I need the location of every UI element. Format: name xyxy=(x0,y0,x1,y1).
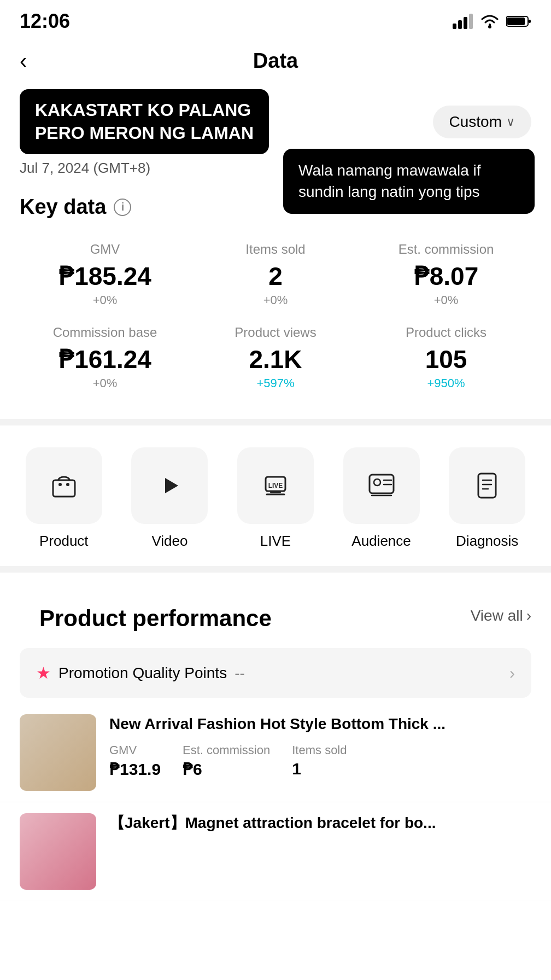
product-stats-1: GMV ₱131.9 Est. commission ₱6 Items sold… xyxy=(109,743,531,779)
product-thumbnail-1 xyxy=(20,714,96,791)
svg-text:LIVE: LIVE xyxy=(268,482,283,489)
battery-icon xyxy=(506,15,531,28)
divider-1 xyxy=(0,419,551,425)
svg-rect-7 xyxy=(529,20,531,23)
back-button[interactable]: ‹ xyxy=(20,49,27,73)
status-icons xyxy=(453,14,531,29)
kd-gmv: GMV ₱185.24 +0% xyxy=(20,233,190,316)
product-performance-header: Product performance View all › xyxy=(0,584,551,643)
svg-rect-0 xyxy=(453,24,456,29)
stat-commission: Est. commission ₱6 xyxy=(183,743,270,779)
promo-quality-row[interactable]: ★ Promotion Quality Points -- › xyxy=(20,648,531,698)
svg-point-9 xyxy=(58,483,62,486)
chevron-right-icon: › xyxy=(509,664,515,682)
status-time: 12:06 xyxy=(20,10,70,33)
kd-product-clicks: Product clicks 105 +950% xyxy=(361,316,531,399)
nav-item-video[interactable]: Video xyxy=(117,447,223,550)
svg-point-4 xyxy=(488,25,491,28)
product-item-1[interactable]: New Arrival Fashion Hot Style Bottom Thi… xyxy=(0,703,551,802)
product-item-2[interactable]: 【Jakert】Magnet attraction bracelet for b… xyxy=(0,802,551,901)
diagnosis-icon xyxy=(449,447,525,524)
kd-est-commission: Est. commission ₱8.07 +0% xyxy=(361,233,531,316)
nav-item-product[interactable]: Product xyxy=(11,447,117,550)
kd-product-views: Product views 2.1K +597% xyxy=(190,316,361,399)
product-info-1: New Arrival Fashion Hot Style Bottom Thi… xyxy=(109,714,531,778)
view-all-button[interactable]: View all › xyxy=(471,607,531,625)
svg-rect-1 xyxy=(458,20,462,29)
chevron-right-icon: › xyxy=(526,607,531,625)
kd-commission-base: Commission base ₱161.24 +0% xyxy=(20,316,190,399)
svg-point-17 xyxy=(374,479,380,486)
product-icon xyxy=(26,447,102,524)
svg-rect-3 xyxy=(469,14,473,29)
product-info-2: 【Jakert】Magnet attraction bracelet for b… xyxy=(109,813,531,842)
stat-gmv: GMV ₱131.9 xyxy=(109,743,161,779)
speech-tooltip: Wala namang mawawala if sundin lang nati… xyxy=(283,149,535,213)
wifi-icon xyxy=(480,14,500,29)
svg-point-10 xyxy=(66,483,69,486)
custom-date-button[interactable]: Custom ∨ xyxy=(433,106,531,138)
video-icon xyxy=(131,447,208,524)
black-tooltip: KAKASTART KO PALANG PERO MERON NG LAMAN xyxy=(20,89,269,154)
promo-quality-label: ★ Promotion Quality Points -- xyxy=(36,663,245,682)
info-icon[interactable]: i xyxy=(114,199,131,216)
nav-item-audience[interactable]: Audience xyxy=(329,447,435,550)
chevron-down-icon: ∨ xyxy=(506,115,515,129)
svg-rect-6 xyxy=(507,18,525,25)
nav-item-live[interactable]: LIVE LIVE xyxy=(222,447,329,550)
svg-rect-13 xyxy=(270,491,281,493)
nav-item-diagnosis[interactable]: Diagnosis xyxy=(434,447,540,550)
svg-marker-11 xyxy=(165,478,178,493)
star-icon: ★ xyxy=(36,663,51,682)
header-title: Data xyxy=(253,49,298,73)
live-icon: LIVE xyxy=(237,447,314,524)
svg-rect-8 xyxy=(53,480,75,497)
stat-items-sold: Items sold 1 xyxy=(292,743,347,779)
signal-icon xyxy=(453,14,473,29)
header: ‹ Data xyxy=(0,38,551,84)
svg-rect-2 xyxy=(464,17,467,29)
svg-rect-21 xyxy=(478,474,496,498)
product-thumbnail-2 xyxy=(20,813,96,890)
divider-2 xyxy=(0,566,551,573)
status-bar: 12:06 xyxy=(0,0,551,38)
audience-icon xyxy=(343,447,420,524)
kd-items-sold: Items sold 2 +0% xyxy=(190,233,361,316)
key-data-grid: GMV ₱185.24 +0% Items sold 2 +0% Est. co… xyxy=(0,224,551,408)
quick-nav: Product Video LIVE LIVE xyxy=(0,436,551,555)
